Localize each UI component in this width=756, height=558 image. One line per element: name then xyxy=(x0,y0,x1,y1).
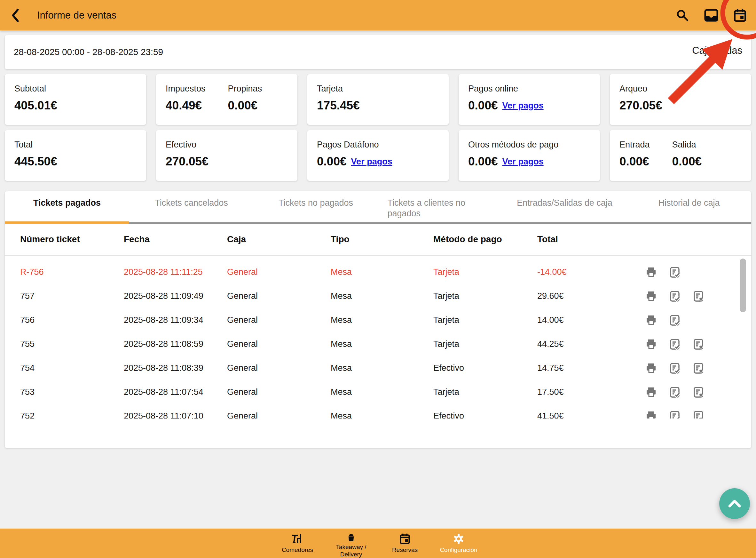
ticket-check-icon[interactable] xyxy=(669,338,680,350)
metric-amount: 0.00€ xyxy=(317,155,347,168)
tab-tickets-clientes-no-pagados[interactable]: Tickets a clientes no pagados xyxy=(378,191,502,222)
tab-tickets-no-pagados[interactable]: Tickets no pagados xyxy=(254,191,378,222)
cell-ticket: 755 xyxy=(20,339,124,349)
table-row[interactable]: 756 2025-08-28 11:09:34 General Mesa Tar… xyxy=(5,308,751,332)
cell-ticket: 756 xyxy=(20,315,124,325)
back-arrow-icon xyxy=(10,8,20,23)
cash-drawer-button[interactable] xyxy=(704,8,718,22)
card-pagos-online: Pagos online 0.00€Ver pagos xyxy=(459,74,600,125)
tab-label: Tickets no pagados xyxy=(279,198,353,222)
ticket-cancel-icon[interactable] xyxy=(693,290,704,302)
card-entrada-salida: Entrada 0.00€ Salida 0.00€ xyxy=(610,130,751,181)
cell-total: 41.50€ xyxy=(537,411,636,418)
table-row[interactable]: 755 2025-08-28 11:08:59 General Mesa Tar… xyxy=(5,332,751,356)
page-title: Informe de ventas xyxy=(37,9,116,21)
calendar-button[interactable] xyxy=(733,8,747,22)
nav-label: Comedores xyxy=(282,546,313,554)
nav-item-comedores[interactable]: Comedores xyxy=(270,529,324,558)
metric-value: 0.00€Ver pagos xyxy=(468,99,544,112)
metric-value: 270.05€ xyxy=(166,155,209,168)
tab-entradas-salidas[interactable]: Entradas/Salidas de caja xyxy=(502,191,627,222)
tab-historial-caja[interactable]: Historial de caja xyxy=(627,191,751,222)
cell-metodo: Tarjeta xyxy=(433,267,537,277)
metric-value: 0.00€Ver pagos xyxy=(317,155,392,168)
metric-value: 175.45€ xyxy=(317,99,360,112)
card-pagos-datafono: Pagos Datáfono 0.00€Ver pagos xyxy=(307,130,449,181)
row-actions xyxy=(636,267,751,278)
back-button[interactable] xyxy=(9,8,21,23)
metric-label: Otros métodos de pago xyxy=(468,140,558,150)
cell-metodo: Efectivo xyxy=(433,363,537,373)
cell-total: -14.00€ xyxy=(537,267,636,277)
col-numero-ticket: Número ticket xyxy=(20,234,124,245)
ticket-check-icon[interactable] xyxy=(669,314,680,326)
nav-item-reservas[interactable]: Reservas xyxy=(378,529,432,558)
metric-label: Arqueo xyxy=(620,84,662,94)
cell-total: 14.00€ xyxy=(537,315,636,325)
ver-pagos-link[interactable]: Ver pagos xyxy=(502,101,544,110)
tab-label: Tickets pagados xyxy=(33,198,101,222)
metric-value: 270.05€ xyxy=(620,99,662,112)
nav-item-takeaway-delivery[interactable]: Takeaway / Delivery xyxy=(324,529,378,558)
table-row[interactable]: 752 2025-08-28 11:07:10 General Mesa Efe… xyxy=(5,404,751,418)
cell-fecha: 2025-08-28 11:07:10 xyxy=(124,411,227,418)
metric-label: Entrada xyxy=(620,140,650,150)
metric-label: Efectivo xyxy=(166,140,209,150)
print-icon[interactable] xyxy=(645,267,657,278)
card-impuestos-propinas: Impuestos 40.49€ Propinas 0.00€ xyxy=(156,74,297,125)
table-row[interactable]: R-756 2025-08-28 11:11:25 General Mesa T… xyxy=(5,260,751,284)
metric-value: 0.00€ xyxy=(620,155,650,168)
ticket-cancel-icon[interactable] xyxy=(693,386,704,398)
col-metodo-pago: Método de pago xyxy=(433,234,537,245)
metric-value: 0.00€Ver pagos xyxy=(468,155,558,168)
cell-caja: General xyxy=(227,267,331,277)
table-row[interactable]: 753 2025-08-28 11:07:54 General Mesa Tar… xyxy=(5,380,751,404)
cell-metodo: Tarjeta xyxy=(433,315,537,325)
cell-ticket: R-756 xyxy=(20,267,124,277)
ticket-cancel-icon[interactable] xyxy=(693,410,704,419)
cell-fecha: 2025-08-28 11:11:25 xyxy=(124,267,227,277)
ver-pagos-link[interactable]: Ver pagos xyxy=(351,157,392,167)
cell-tipo: Mesa xyxy=(331,387,433,397)
vertical-scrollbar-thumb[interactable] xyxy=(740,258,746,312)
print-icon[interactable] xyxy=(645,362,657,374)
row-actions xyxy=(636,386,751,398)
card-efectivo: Efectivo 270.05€ xyxy=(156,130,297,181)
cell-fecha: 2025-08-28 11:08:59 xyxy=(124,339,227,349)
print-icon[interactable] xyxy=(645,386,657,398)
scroll-to-top-button[interactable] xyxy=(719,488,750,519)
register-filter[interactable]: Caja: todas xyxy=(692,45,742,56)
metric-label: Pagos Datáfono xyxy=(317,140,392,150)
search-button[interactable] xyxy=(675,8,689,22)
table-row[interactable]: 754 2025-08-28 11:08:39 General Mesa Efe… xyxy=(5,356,751,380)
nav-item-configuracion[interactable]: Configuración xyxy=(432,529,486,558)
col-caja: Caja xyxy=(227,234,331,245)
metric-amount: 0.00€ xyxy=(468,99,498,112)
tab-tickets-cancelados[interactable]: Tickets cancelados xyxy=(129,191,254,222)
reservations-calendar-icon xyxy=(399,533,411,544)
table-row[interactable]: 757 2025-08-28 11:09:49 General Mesa Tar… xyxy=(5,284,751,308)
card-arqueo: Arqueo 270.05€ xyxy=(610,74,751,125)
ticket-cancel-icon[interactable] xyxy=(693,362,704,374)
print-icon[interactable] xyxy=(645,290,657,302)
ticket-check-icon[interactable] xyxy=(669,267,680,278)
ticket-check-icon[interactable] xyxy=(669,290,680,302)
metric-value: 0.00€ xyxy=(228,99,262,112)
ticket-cancel-icon[interactable] xyxy=(693,338,704,350)
metric-value: 445.50€ xyxy=(15,155,57,168)
ticket-check-icon[interactable] xyxy=(669,410,680,419)
print-icon[interactable] xyxy=(645,314,657,326)
metric-label: Impuestos xyxy=(166,84,206,94)
ticket-check-icon[interactable] xyxy=(669,362,680,374)
app-bar-actions xyxy=(675,8,747,22)
tab-label: Tickets cancelados xyxy=(155,198,228,222)
metric-amount: 0.00€ xyxy=(468,155,498,168)
print-icon[interactable] xyxy=(645,410,657,419)
metric-value: 0.00€ xyxy=(672,155,702,168)
ver-pagos-link[interactable]: Ver pagos xyxy=(502,157,544,167)
ticket-check-icon[interactable] xyxy=(669,386,680,398)
print-icon[interactable] xyxy=(645,338,657,350)
calendar-icon xyxy=(733,8,747,22)
tab-tickets-pagados[interactable]: Tickets pagados xyxy=(5,191,129,222)
metric-value: 405.01€ xyxy=(15,99,57,112)
